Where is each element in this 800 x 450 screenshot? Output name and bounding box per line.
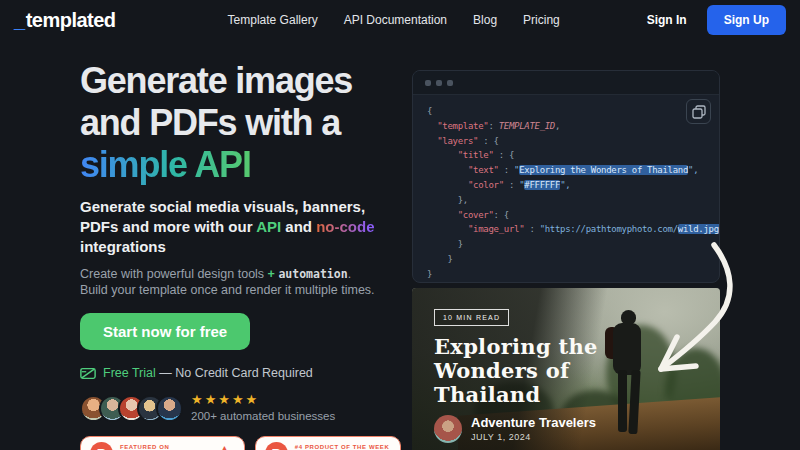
title-line-1: Generate images (80, 60, 352, 101)
brand-logo[interactable]: _templated (14, 9, 116, 32)
avatar (156, 395, 183, 422)
body-line2-text: Build your template once and render it m… (80, 283, 375, 297)
hero-section: Generate images and PDFs with a simple A… (80, 60, 415, 450)
rendered-template-preview: 10 MIN READ Exploring the Wonders of Tha… (412, 288, 720, 450)
start-free-button[interactable]: Start now for free (80, 313, 250, 350)
nav-item-pricing[interactable]: Pricing (523, 13, 560, 27)
code-lines: { "template": TEMPLATE_ID, "layers" : { … (427, 104, 719, 282)
hero-subheading: Generate social media visuals, banners, … (80, 197, 400, 257)
card-title-line3: Thailand (434, 382, 540, 407)
upvote-triangle-icon: ▲ (221, 443, 228, 450)
no-credit-card-text: — No Credit Card Required (159, 366, 313, 380)
subhead-and: and (281, 218, 316, 235)
brand-name: templated (26, 9, 116, 32)
subhead-nocode-highlight: no-code (316, 218, 374, 235)
title-line-2: and PDFs with a (80, 102, 340, 143)
card-content: 10 MIN READ Exploring the Wonders of Tha… (412, 288, 720, 450)
card-title-line1: Exploring the (434, 334, 598, 359)
title-gradient-text: simple API (80, 144, 251, 185)
code-editor-header (413, 71, 719, 95)
customer-avatars (80, 395, 175, 422)
social-proof-text: 200+ automated businesses (191, 409, 335, 423)
rating-block: ★★★★★ 200+ automated businesses (191, 393, 335, 423)
brand-underscore: _ (14, 9, 25, 32)
sign-in-link[interactable]: Sign In (647, 13, 687, 27)
copy-code-button[interactable] (686, 99, 711, 124)
author-name: Adventure Travelers (471, 416, 596, 430)
nav-item-blog[interactable]: Blog (473, 13, 497, 27)
body-period: . (348, 267, 351, 281)
code-body: { "template": TEMPLATE_ID, "layers" : { … (413, 95, 719, 282)
subhead-post: integrations (80, 238, 166, 255)
navbar: _templated Template Gallery API Document… (0, 0, 800, 40)
nav-right: Sign In Sign Up (647, 5, 786, 35)
card-title-line2: Wonders of (434, 358, 569, 383)
product-hunt-featured-badge[interactable]: P FEATURED ON Product Hunt ▲ 251 (80, 436, 245, 450)
social-proof-row: ★★★★★ 200+ automated businesses (80, 393, 415, 423)
sign-up-button[interactable]: Sign Up (707, 5, 786, 35)
star-rating: ★★★★★ (191, 393, 335, 407)
ph-badge1-top-text: FEATURED ON (120, 442, 203, 450)
no-credit-card-icon (80, 367, 96, 380)
author-row: Adventure Travelers JULY 1, 2024 (434, 415, 720, 443)
free-trial-label: Free Trial (103, 366, 156, 380)
read-time-badge: 10 MIN READ (434, 309, 509, 326)
ph-badge2-top-text: #4 PRODUCT OF THE WEEK (295, 442, 390, 450)
page-title: Generate images and PDFs with a simple A… (80, 60, 415, 186)
product-hunt-badges: P FEATURED ON Product Hunt ▲ 251 P #4 PR… (80, 436, 415, 450)
nav-item-api-documentation[interactable]: API Documentation (344, 13, 447, 27)
hero-body-copy: Create with powerful design tools + auto… (80, 266, 415, 298)
code-editor-panel: { "template": TEMPLATE_ID, "layers" : { … (412, 70, 720, 283)
upvote-count-block: ▲ 251 (216, 443, 233, 450)
product-hunt-week-badge[interactable]: P #4 PRODUCT OF THE WEEK Design Tools (255, 436, 402, 450)
window-dot-icon (436, 80, 442, 86)
subhead-api-highlight: API (256, 218, 281, 235)
card-title: Exploring the Wonders of Thailand (434, 335, 720, 407)
publish-date: JULY 1, 2024 (471, 432, 596, 442)
body-line1-text: Create with powerful design tools (80, 267, 268, 281)
window-dot-icon (447, 80, 453, 86)
main-nav: Template Gallery API Documentation Blog … (228, 13, 560, 27)
author-avatar (434, 415, 462, 443)
nav-item-template-gallery[interactable]: Template Gallery (228, 13, 318, 27)
product-hunt-logo-icon: P (265, 442, 288, 450)
free-trial-row: Free Trial — No Credit Card Required (80, 366, 415, 380)
copy-icon (692, 105, 706, 119)
window-dot-icon (425, 80, 431, 86)
automation-code-text: automation (278, 267, 347, 281)
plus-highlight: + (268, 267, 275, 281)
product-hunt-logo-icon: P (90, 442, 113, 450)
